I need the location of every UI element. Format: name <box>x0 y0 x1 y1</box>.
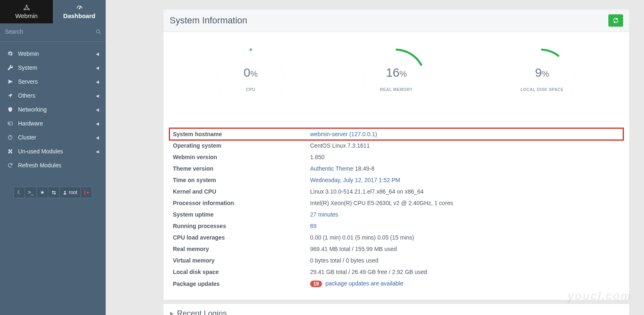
shield-icon <box>7 107 14 112</box>
virtmem-value: 0 bytes total / 0 bytes used <box>307 255 623 266</box>
sidebar-item-refresh-modules[interactable]: Refresh Modules <box>0 158 106 172</box>
sidebar: Webmin ◀ System ◀ Servers ◀ Others ◀ Net… <box>0 23 106 315</box>
sidebar-item-hardware[interactable]: Hardware ◀ <box>0 116 106 130</box>
sidebar-item-label: System <box>18 64 37 71</box>
uptime-label: System uptime <box>170 209 307 220</box>
time-label: Time on system <box>170 174 307 186</box>
chevron-left-icon: ◀ <box>96 149 99 154</box>
recent-logins-section[interactable]: ▶ Recent Logins <box>163 304 630 315</box>
gauge-cpu: 0% CPU <box>190 40 311 118</box>
main-content: System Information 0% CPU <box>106 0 644 315</box>
favorites-button[interactable]: ★ <box>37 187 48 198</box>
recent-logins-title: Recent Logins <box>177 309 227 315</box>
sign-out-icon <box>84 190 89 195</box>
realmem-label: Real memory <box>170 243 307 255</box>
sidebar-item-label: Un-used Modules <box>18 148 63 155</box>
night-mode-button[interactable]: ☾ <box>14 187 25 198</box>
ldisk-label: Local disk space <box>170 266 307 278</box>
webmin-version-value: 1.850 <box>307 151 623 163</box>
theme-version-label: Theme version <box>170 163 307 174</box>
sidebar-item-label: Cluster <box>18 134 36 141</box>
row-processes: Running processes 69 <box>170 220 623 232</box>
terminal-icon: >_ <box>28 189 34 195</box>
tab-bar: Webmin Dashboard <box>0 0 106 23</box>
load-label: CPU load averages <box>170 232 307 243</box>
gauge-memory-percent: 16% <box>356 66 438 80</box>
power-icon <box>7 135 14 140</box>
terminal-button[interactable]: >_ <box>25 187 37 198</box>
puzzle-icon <box>7 148 14 154</box>
star-icon: ★ <box>40 189 45 195</box>
kernel-value: Linux 3.10.0-514.21.1.el7.x86_64 on x86_… <box>307 186 623 197</box>
system-info-table: System hostname webmin-server (127.0.0.1… <box>170 128 623 290</box>
sidebar-item-webmin[interactable]: Webmin ◀ <box>0 47 106 61</box>
gauge-disk-label: LOCAL DISK SPACE <box>501 87 583 92</box>
sidebar-item-cluster[interactable]: Cluster ◀ <box>0 130 106 144</box>
webmin-logo-icon <box>23 4 31 11</box>
sliders-icon <box>51 190 57 195</box>
svg-point-2 <box>28 9 29 10</box>
sidebar-item-system[interactable]: System ◀ <box>0 61 106 75</box>
row-package-updates: Package updates 19 package updates are a… <box>170 278 623 290</box>
sign-out-button[interactable] <box>81 187 92 198</box>
sidebar-item-label: Webmin <box>18 50 39 57</box>
svg-point-3 <box>79 8 80 9</box>
wrench-icon <box>7 65 14 71</box>
user-menu-button[interactable]: root <box>60 187 81 198</box>
svg-point-8 <box>52 191 53 192</box>
sidebar-item-label: Servers <box>18 78 38 85</box>
tab-webmin[interactable]: Webmin <box>0 0 53 23</box>
settings-button[interactable] <box>48 187 60 198</box>
user-icon <box>63 190 67 195</box>
chevron-left-icon: ◀ <box>96 94 99 98</box>
search-input[interactable] <box>4 26 95 37</box>
sidebar-item-others[interactable]: Others ◀ <box>0 89 106 103</box>
tab-dashboard[interactable]: Dashboard <box>53 0 106 23</box>
ldisk-value: 29.41 GB total / 26.49 GB free / 2.92 GB… <box>307 266 623 278</box>
refresh-button[interactable] <box>608 14 623 27</box>
time-link[interactable]: Wednesday, July 12, 2017 1:52 PM <box>310 177 400 183</box>
sidebar-item-servers[interactable]: Servers ◀ <box>0 75 106 89</box>
kernel-label: Kernel and CPU <box>170 186 307 197</box>
refresh-icon <box>7 162 14 168</box>
svg-point-0 <box>26 5 27 6</box>
gear-icon <box>7 51 14 57</box>
hostname-link[interactable]: webmin-server (127.0.0.1) <box>310 131 377 137</box>
load-value: 0.00 (1 min) 0.01 (5 mins) 0.05 (15 mins… <box>307 232 623 243</box>
processor-label: Processor information <box>170 197 307 209</box>
chevron-left-icon: ◀ <box>96 80 99 84</box>
user-name: root <box>69 189 77 195</box>
sidebar-item-unused-modules[interactable]: Un-used Modules ◀ <box>0 144 106 158</box>
theme-link[interactable]: Authentic Theme <box>310 165 354 172</box>
sidebar-item-networking[interactable]: Networking ◀ <box>0 103 106 116</box>
row-uptime: System uptime 27 minutes <box>170 209 623 220</box>
package-updates-label: Package updates <box>170 278 307 290</box>
chevron-right-icon: ▶ <box>170 310 174 315</box>
processes-label: Running processes <box>170 220 307 232</box>
tab-webmin-label: Webmin <box>15 12 38 19</box>
chevron-left-icon: ◀ <box>96 107 99 112</box>
svg-point-1 <box>24 9 25 10</box>
webmin-version-label: Webmin version <box>170 151 307 163</box>
search-icon[interactable] <box>95 29 102 35</box>
virtmem-label: Virtual memory <box>170 255 307 266</box>
tab-dashboard-label: Dashboard <box>63 12 95 19</box>
processes-link[interactable]: 69 <box>310 223 317 229</box>
sidebar-item-label: Refresh Modules <box>18 162 61 169</box>
package-updates-link[interactable]: package updates are available <box>325 280 403 287</box>
hostname-label: System hostname <box>170 128 307 140</box>
panel-body: 0% CPU 16% REAL MEMORY <box>163 32 630 300</box>
row-localdisk: Local disk space 29.41 GB total / 26.49 … <box>170 266 623 278</box>
row-os: Operating system CentOS Linux 7.3.1611 <box>170 140 623 151</box>
gauge-disk: 9% LOCAL DISK SPACE <box>481 40 603 118</box>
svg-point-6 <box>9 123 10 124</box>
row-virtmem: Virtual memory 0 bytes total / 0 bytes u… <box>170 255 623 266</box>
updates-count-badge: 19 <box>310 281 322 287</box>
svg-point-9 <box>54 193 55 194</box>
sidebar-nav: Webmin ◀ System ◀ Servers ◀ Others ◀ Net… <box>0 42 106 172</box>
uptime-link[interactable]: 27 minutes <box>310 211 338 218</box>
chevron-left-icon: ◀ <box>96 135 99 140</box>
gauge-cpu-label: CPU <box>210 87 292 92</box>
os-label: Operating system <box>170 140 307 151</box>
sidebar-search <box>0 23 106 42</box>
